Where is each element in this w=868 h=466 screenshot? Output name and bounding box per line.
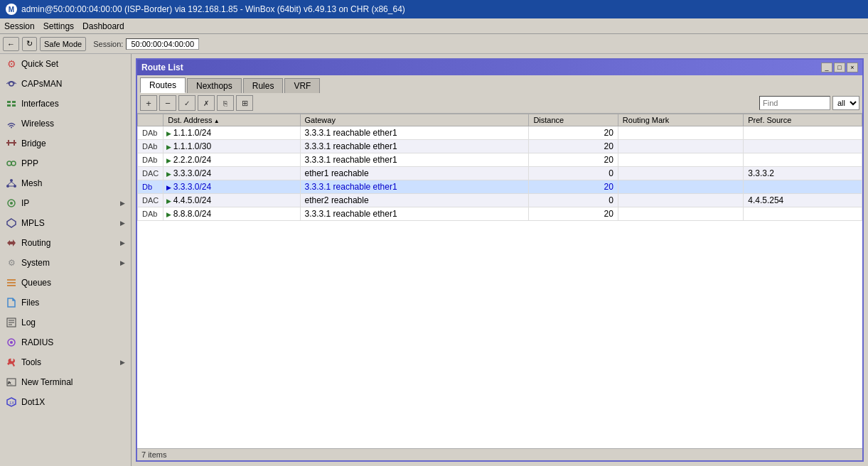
find-area: all <box>759 96 859 110</box>
tools-arrow: ▶ <box>120 359 125 366</box>
row-pref-source: 4.4.5.254 <box>744 194 862 207</box>
back-button[interactable]: ← <box>3 37 19 51</box>
copy-button[interactable]: ⎘ <box>217 95 234 111</box>
svg-point-10 <box>11 161 16 166</box>
col-distance[interactable]: Distance <box>529 114 618 126</box>
row-gateway: 3.3.3.1 reachable ether1 <box>300 207 529 221</box>
sidebar-item-ppp[interactable]: PPP <box>0 153 131 173</box>
table-row[interactable]: DAb▶ 1.1.1.0/243.3.3.1 reachable ether12… <box>138 126 862 140</box>
row-dst: ▶ 3.3.3.0/24 <box>164 167 300 180</box>
sidebar-item-new-terminal[interactable]: ▸_ New Terminal <box>0 372 131 392</box>
sidebar-item-dot1x[interactable]: 1X Dot1X <box>0 392 131 412</box>
table-row[interactable]: DAb▶ 8.8.8.0/243.3.3.1 reachable ether12… <box>138 207 862 221</box>
refresh-button[interactable]: ↻ <box>22 37 37 51</box>
tab-vrf[interactable]: VRF <box>284 78 320 93</box>
find-input[interactable] <box>759 96 830 110</box>
route-list-title: Route List <box>141 63 183 72</box>
svg-rect-8 <box>14 140 15 146</box>
route-arrow-icon: ▶ <box>166 143 173 151</box>
routing-arrow: ▶ <box>120 239 125 246</box>
sidebar-item-queues[interactable]: Queues <box>0 273 131 293</box>
svg-rect-1 <box>7 101 11 103</box>
table-row[interactable]: DAb▶ 1.1.1.0/303.3.3.1 reachable ether12… <box>138 140 862 153</box>
sidebar-item-wireless[interactable]: Wireless <box>0 114 131 134</box>
row-distance: 20 <box>529 153 618 167</box>
sidebar-item-radius[interactable]: RADIUS <box>0 332 131 352</box>
mesh-icon <box>6 178 17 189</box>
sidebar-item-bridge[interactable]: Bridge <box>0 134 131 153</box>
sidebar-item-log[interactable]: Log <box>0 313 131 332</box>
svg-rect-7 <box>8 140 9 146</box>
row-pref-source: 3.3.3.2 <box>744 167 862 180</box>
new-terminal-icon: ▸_ <box>6 376 17 388</box>
sidebar-item-mpls[interactable]: MPLS ▶ <box>0 213 131 233</box>
table-row[interactable]: DAC▶ 3.3.3.0/24ether1 reachable03.3.3.2 <box>138 167 862 180</box>
table-row[interactable]: DAC▶ 4.4.5.0/24ether2 reachable04.4.5.25… <box>138 194 862 207</box>
sidebar-item-interfaces[interactable]: Interfaces <box>0 94 131 114</box>
row-pref-source <box>744 153 862 167</box>
sidebar-item-quick-set[interactable]: ⚙ Quick Set <box>0 54 131 74</box>
maximize-button[interactable]: □ <box>834 63 845 72</box>
remove-route-button[interactable]: − <box>159 95 176 111</box>
check-button[interactable]: ✓ <box>178 95 195 111</box>
row-routing-mark <box>618 140 743 153</box>
col-gateway[interactable]: Gateway <box>300 114 529 126</box>
row-pref-source <box>744 207 862 221</box>
row-routing-mark <box>618 167 743 180</box>
menu-settings[interactable]: Settings <box>43 21 74 31</box>
row-gateway: 3.3.3.1 reachable ether1 <box>300 140 529 153</box>
row-flag: DAb <box>138 207 164 221</box>
table-row[interactable]: DAb▶ 2.2.2.0/243.3.3.1 reachable ether12… <box>138 153 862 167</box>
menu-dashboard[interactable]: Dashboard <box>82 21 124 31</box>
add-route-button[interactable]: + <box>140 95 157 111</box>
svg-line-15 <box>11 182 15 185</box>
row-flag: DAb <box>138 153 164 167</box>
routing-icon <box>6 237 17 249</box>
window-controls: _ □ × <box>821 63 858 72</box>
filter-button[interactable]: ⊞ <box>236 95 253 111</box>
svg-point-9 <box>7 161 11 166</box>
session-value: 50:00:00:04:00:00 <box>126 38 199 50</box>
quick-set-icon: ⚙ <box>6 58 17 70</box>
close-button[interactable]: × <box>847 63 858 72</box>
session-label: Session: <box>93 40 123 48</box>
tab-bar: Routes Nexthops Rules VRF <box>137 75 862 93</box>
tab-nexthops[interactable]: Nexthops <box>187 78 242 93</box>
sidebar-item-mesh[interactable]: Mesh <box>0 173 131 193</box>
menu-session[interactable]: Session <box>4 21 35 31</box>
sidebar-item-label: Routing <box>21 238 116 248</box>
col-dst[interactable]: Dst. Address <box>164 114 300 126</box>
sidebar-item-ip[interactable]: IP ▶ <box>0 193 131 213</box>
back-icon: ← <box>7 40 15 48</box>
tab-routes[interactable]: Routes <box>140 77 186 93</box>
toolbar: ← ↻ Safe Mode Session: 50:00:00:04:00:00 <box>0 34 868 54</box>
sidebar: ⚙ Quick Set CAPsMAN Interfaces Wireless <box>0 54 132 466</box>
safe-mode-button[interactable]: Safe Mode <box>40 37 86 51</box>
route-arrow-icon: ▶ <box>166 184 173 191</box>
queues-icon <box>6 277 17 288</box>
sidebar-item-label: Quick Set <box>21 59 125 69</box>
svg-rect-20 <box>7 279 16 281</box>
svg-point-12 <box>6 185 9 188</box>
cross-button[interactable]: ✗ <box>198 95 215 111</box>
sidebar-item-files[interactable]: Files <box>0 293 131 313</box>
sidebar-item-tools[interactable]: Tools ▶ <box>0 352 131 372</box>
minimize-button[interactable]: _ <box>821 63 832 72</box>
route-arrow-icon: ▶ <box>166 157 173 164</box>
sidebar-item-routing[interactable]: Routing ▶ <box>0 233 131 253</box>
app-logo: M <box>6 4 17 15</box>
tab-rules[interactable]: Rules <box>243 78 284 93</box>
svg-point-5 <box>11 127 12 129</box>
sidebar-item-capsman[interactable]: CAPsMAN <box>0 74 131 94</box>
find-select[interactable]: all <box>832 96 859 110</box>
mpls-icon <box>6 217 17 229</box>
mpls-arrow: ▶ <box>120 220 125 227</box>
svg-rect-22 <box>7 285 16 286</box>
col-pref-source[interactable]: Pref. Source <box>744 114 862 126</box>
table-row[interactable]: Db▶ 3.3.3.0/243.3.3.1 reachable ether120 <box>138 180 862 194</box>
sidebar-item-label: Bridge <box>21 139 125 148</box>
capsman-icon <box>6 78 17 90</box>
col-routing-mark[interactable]: Routing Mark <box>618 114 743 126</box>
sidebar-item-system[interactable]: ⚙ System ▶ <box>0 253 131 273</box>
col-flag[interactable] <box>138 114 164 126</box>
